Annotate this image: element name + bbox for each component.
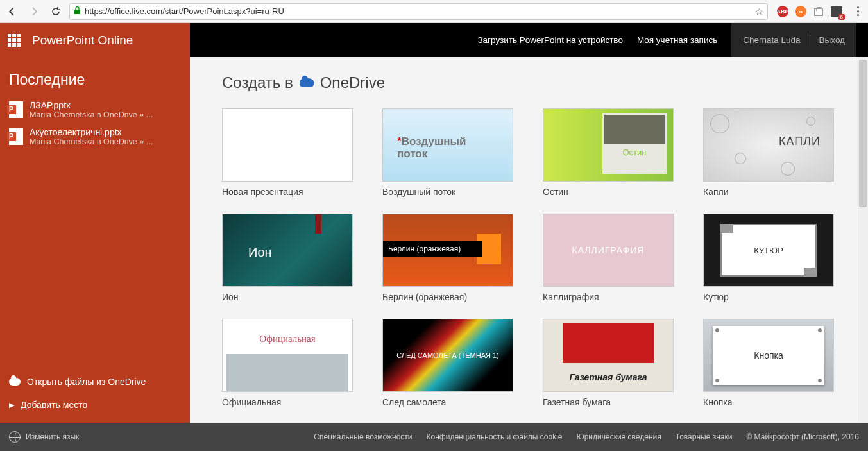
template-label: Ион [222, 292, 353, 302]
address-bar[interactable]: https://office.live.com/start/PowerPoint… [69, 3, 768, 20]
add-place-button[interactable]: ▶ Добавить место [0, 393, 190, 416]
thumb-text: КАЛЛИГРАФИЯ [572, 245, 645, 255]
reload-button[interactable] [47, 3, 64, 20]
download-link[interactable]: Загрузить PowerPoint на устройство [477, 35, 622, 45]
template-thumb: Остин [543, 108, 674, 182]
arrow-right-icon: ▶ [9, 401, 14, 409]
browser-menu-button[interactable] [851, 3, 864, 20]
forward-button [26, 3, 42, 20]
template-thumb: Берлин (оранжевая) [382, 214, 513, 287]
thumb-text: *Воздушныйпоток [397, 136, 466, 160]
template-label: Остин [543, 187, 674, 197]
onedrive-label[interactable]: OneDrive [320, 74, 385, 92]
template-couture[interactable]: КУТЮР Кутюр [703, 214, 834, 302]
thumb-text: Берлин (оранжевая) [383, 241, 482, 257]
footer-privacy-link[interactable]: Конфиденциальность и файлы cookie [427, 432, 563, 441]
my-account-link[interactable]: Моя учетная запись [637, 35, 717, 45]
lock-icon [74, 6, 81, 17]
recent-file-name: Акустоелектричні.pptx [30, 127, 153, 137]
template-thumb: Ион [222, 214, 353, 287]
footer-legal-link[interactable]: Юридические сведения [577, 432, 661, 441]
onedrive-icon [300, 78, 314, 87]
recent-text: Акустоелектричні.pptx Mariia Chernetska … [30, 127, 153, 146]
template-label: Каллиграфия [543, 292, 674, 302]
open-onedrive-button[interactable]: Открыть файлы из OneDrive [0, 370, 190, 393]
header-right: Загрузить PowerPoint на устройство Моя у… [190, 23, 868, 57]
pptx-icon [9, 128, 23, 145]
footer-right: Специальные возможности Конфиденциальнос… [314, 432, 859, 441]
template-label: Официальная [222, 397, 353, 407]
sidebar-actions: Открыть файлы из OneDrive ▶ Добавить мес… [0, 370, 190, 423]
footer-accessibility-link[interactable]: Специальные возможности [314, 432, 412, 441]
recent-text: ЛЗАР.pptx Mariia Chernetska в OneDrive »… [30, 100, 153, 119]
extension-badge: 6 [838, 14, 845, 20]
bookmark-star-icon[interactable]: ☆ [755, 6, 763, 17]
url-text: https://office.live.com/start/PowerPoint… [85, 6, 751, 16]
template-button[interactable]: Кнопка Кнопка [703, 319, 834, 407]
template-berlin[interactable]: Берлин (оранжевая) Берлин (оранжевая) [382, 214, 513, 302]
recent-file-name: ЛЗАР.pptx [30, 100, 153, 110]
sidebar: Последние ЛЗАР.pptx Mariia Chernetska в … [0, 57, 190, 423]
template-label: Воздушный поток [382, 187, 513, 197]
create-in-label: Создать в [222, 74, 293, 92]
template-label: Капли [703, 187, 834, 197]
template-calligraphy[interactable]: КАЛЛИГРАФИЯ Каллиграфия [543, 214, 674, 302]
thumb-text: Официальная [223, 334, 352, 345]
cloud-icon [9, 378, 21, 386]
template-thumb: Газетная бумага [543, 319, 674, 392]
globe-icon [9, 431, 21, 443]
template-grid: Новая презентация *Воздушныйпоток Воздуш… [222, 108, 842, 407]
recent-heading: Последние [0, 57, 190, 96]
template-thumb: КУТЮР [703, 214, 834, 287]
template-label: Новая презентация [222, 187, 353, 197]
template-thumb [222, 108, 353, 182]
template-label: Кутюр [703, 292, 834, 302]
user-name: Chernata Luda [743, 35, 800, 45]
template-ion[interactable]: Ион Ион [222, 214, 353, 302]
change-language-link[interactable]: Изменить язык [26, 432, 79, 441]
app-launcher-icon[interactable] [8, 34, 21, 47]
recent-file-location: Mariia Chernetska в OneDrive » ... [30, 110, 153, 119]
template-austin[interactable]: Остин Остин [543, 108, 674, 197]
template-thumb: Официальная [222, 319, 353, 392]
extension-abp-icon[interactable]: ABP [777, 6, 788, 17]
footer-trademark-link[interactable]: Товарные знаки [676, 432, 733, 441]
pptx-icon [9, 101, 23, 118]
separator [810, 35, 810, 46]
extensions-area: ABP ∞ 6 [773, 6, 846, 17]
footer-copyright: © Майкрософт (Microsoft), 2016 [746, 432, 859, 441]
recent-item[interactable]: Акустоелектричні.pptx Mariia Chernetska … [0, 123, 190, 150]
open-onedrive-label: Открыть файлы из OneDrive [27, 377, 146, 387]
template-thumb: КАПЛИ [703, 108, 834, 182]
svg-rect-0 [74, 10, 80, 14]
template-thumb: КАЛЛИГРАФИЯ [543, 214, 674, 287]
thumb-text: Кнопка [754, 350, 783, 361]
template-drops[interactable]: КАПЛИ Капли [703, 108, 834, 197]
template-new-presentation[interactable]: Новая презентация [222, 108, 353, 197]
thumb-text: СЛЕД САМОЛЕТА (ТЕМНАЯ 1) [383, 352, 513, 359]
extension-shopping-icon[interactable] [813, 6, 824, 17]
footer: Изменить язык Специальные возможности Ко… [0, 423, 868, 451]
thumb-text: Газетная бумага [543, 372, 673, 382]
template-thumb: Кнопка [703, 319, 834, 392]
template-label: Берлин (оранжевая) [382, 292, 513, 302]
thumb-text: КАПЛИ [779, 135, 821, 148]
recent-item[interactable]: ЛЗАР.pptx Mariia Chernetska в OneDrive »… [0, 96, 190, 123]
back-button[interactable] [4, 3, 21, 20]
scrollbar-thumb[interactable] [859, 60, 867, 207]
extension-orange-icon[interactable]: ∞ [795, 6, 806, 17]
template-label: След самолета [382, 397, 513, 407]
template-airflow[interactable]: *Воздушныйпоток Воздушный поток [382, 108, 513, 197]
template-vapor-trail[interactable]: СЛЕД САМОЛЕТА (ТЕМНАЯ 1) След самолета [382, 319, 513, 407]
content-area: Создать в OneDrive Новая презентация *Во… [190, 57, 868, 423]
vertical-scrollbar[interactable] [858, 57, 868, 423]
template-official[interactable]: Официальная Официальная [222, 319, 353, 407]
main-area: Последние ЛЗАР.pptx Mariia Chernetska в … [0, 57, 868, 423]
recent-file-location: Mariia Chernetska в OneDrive » ... [30, 137, 153, 146]
sign-out-link[interactable]: Выход [819, 35, 845, 45]
user-segment: Chernata Luda Выход [731, 23, 856, 57]
extension-evernote-icon[interactable]: 6 [831, 6, 842, 17]
thumb-text: Ион [248, 245, 272, 260]
template-newsprint[interactable]: Газетная бумага Газетная бумага [543, 319, 674, 407]
template-thumb: СЛЕД САМОЛЕТА (ТЕМНАЯ 1) [382, 319, 513, 392]
